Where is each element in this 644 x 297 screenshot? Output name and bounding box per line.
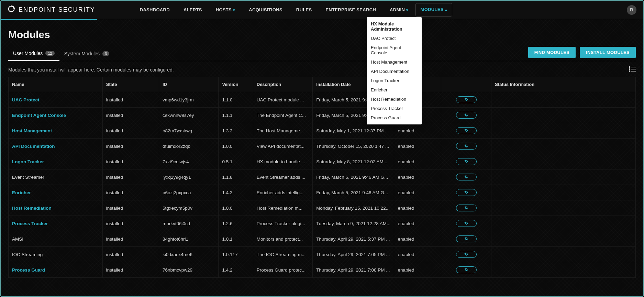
nav-item-hosts[interactable]: HOSTS▾ — [209, 1, 242, 19]
row-settings-button[interactable] — [456, 251, 477, 258]
row-settings-button[interactable] — [456, 235, 477, 242]
avatar-initial: R — [630, 7, 633, 12]
install-modules-button[interactable]: INSTALL MODULES — [580, 47, 636, 58]
dropdown-item-process-tracker[interactable]: Process Tracker — [367, 104, 422, 113]
col-version[interactable]: Version — [219, 77, 253, 92]
tab-count-badge: 12 — [45, 51, 54, 56]
cell-description: Enricher adds intellig... — [253, 185, 312, 200]
dropdown-item-endpoint-agent-console[interactable]: Endpoint Agent Console — [367, 43, 422, 57]
dropdown-item-hx-module-administration[interactable]: HX Module Administration — [367, 19, 422, 34]
row-settings-button[interactable] — [456, 220, 477, 227]
row-settings-button[interactable] — [456, 96, 477, 103]
table-body: UAC Protectinstalledvmp6wd1y3jrm1.1.0UAC… — [9, 92, 636, 278]
cell-description: The IOC Streaming m... — [253, 247, 312, 262]
svg-point-4 — [629, 69, 630, 69]
nav-item-enterprise-search[interactable]: ENTERPRISE SEARCH — [319, 1, 383, 19]
nav-item-alerts[interactable]: ALERTS — [177, 1, 209, 19]
row-settings-button[interactable] — [456, 158, 477, 165]
table-header-row: NameStateIDVersionDescriptionInstallatio… — [9, 77, 636, 92]
cell-description: Host Remediation m... — [253, 200, 312, 216]
cell-name[interactable]: Host Remediation — [9, 200, 103, 216]
nav-item-admin[interactable]: ADMIN▾ — [383, 1, 415, 19]
cell-actions — [441, 185, 491, 200]
cell-version: 1.3.3 — [219, 123, 253, 139]
table-row: API Documentationinstalleddfuimxor2zqb1.… — [9, 139, 636, 154]
cell-status-information — [491, 200, 636, 216]
cell-id: iyxq2y9g4qy1 — [159, 169, 219, 185]
find-modules-button[interactable]: FIND MODULES — [528, 47, 576, 58]
row-settings-button[interactable] — [456, 127, 477, 134]
brand-text: ENDPOINT SECURITY — [19, 6, 95, 13]
cell-id: dfuimxor2zqb — [159, 139, 219, 154]
cell-installation-date: Thursday, October 15, 2020 1:47 ... — [313, 139, 394, 154]
table-row: Endpoint Agent Consoleinstalledcexwnnw8s… — [9, 108, 636, 123]
gear-icon — [464, 175, 468, 180]
row-settings-button[interactable] — [456, 205, 477, 211]
nav-item-rules[interactable]: RULES — [289, 1, 319, 19]
row-settings-button[interactable] — [456, 189, 477, 196]
col-description[interactable]: Description — [253, 77, 312, 92]
row-settings-button[interactable] — [456, 112, 477, 119]
cell-state: installed — [102, 169, 159, 185]
cell-name[interactable]: API Documentation — [9, 139, 103, 154]
tabs-row: User Modules12System Modules3 FIND MODUL… — [8, 47, 636, 61]
cell-id: 7xzt9ceiwjs4 — [159, 154, 219, 169]
cell-version: 1.1.0 — [219, 92, 253, 108]
gear-icon — [464, 159, 468, 164]
cell-name[interactable]: Process Guard — [9, 262, 103, 278]
cell-name[interactable]: Process Tracker — [9, 216, 103, 231]
cell-version: 1.1.1 — [219, 108, 253, 123]
cell-name[interactable]: Host Management — [9, 123, 103, 139]
cell-actions — [441, 216, 491, 231]
cell-name[interactable]: Enricher — [9, 185, 103, 200]
col-id[interactable]: ID — [159, 77, 219, 92]
cell-status: enabled — [394, 262, 441, 278]
dropdown-item-host-remediation[interactable]: Host Remediation — [367, 95, 422, 104]
col-state[interactable]: State — [102, 77, 159, 92]
dropdown-item-uac-protect[interactable]: UAC Protect — [367, 34, 422, 43]
nav-item-acquisitions[interactable]: ACQUISITIONS — [242, 1, 289, 19]
cell-actions — [441, 169, 491, 185]
cell-id: vmp6wd1y3jrm — [159, 92, 219, 108]
cell-actions — [441, 154, 491, 169]
chevron-up-icon: ▴ — [445, 8, 447, 12]
chevron-down-icon: ▾ — [406, 8, 408, 12]
gear-icon — [464, 144, 468, 149]
cell-name[interactable]: Logon Tracker — [9, 154, 103, 169]
cell-state: installed — [102, 247, 159, 262]
cell-description: The Host Manageme... — [253, 123, 312, 139]
cell-status: enabled — [394, 139, 441, 154]
cell-status: enabled — [394, 154, 441, 169]
cell-name[interactable]: UAC Protect — [9, 92, 103, 108]
cell-installation-date: Thursday, April 29, 2021 7:08 PM ... — [313, 262, 394, 278]
gear-icon — [464, 190, 468, 195]
col-name[interactable]: Name — [9, 77, 103, 92]
svg-point-2 — [629, 67, 630, 67]
tab-system-modules[interactable]: System Modules3 — [59, 47, 114, 61]
nav-item-modules[interactable]: MODULES▴ — [415, 3, 452, 16]
dropdown-item-host-management[interactable]: Host Management — [367, 57, 422, 67]
row-settings-button[interactable] — [456, 266, 477, 273]
table-row: AMSIinstalled84ghtot6hri11.0.1Monitors a… — [9, 231, 636, 247]
cell-actions — [441, 108, 491, 123]
cell-installation-date: Monday, February 15, 2021 10:22... — [313, 200, 394, 216]
dropdown-item-enricher[interactable]: Enricher — [367, 85, 422, 95]
nav-item-dashboard[interactable]: DASHBOARD — [133, 1, 177, 19]
tab-user-modules[interactable]: User Modules12 — [8, 47, 59, 61]
subtext-row: Modules that you install will appear her… — [8, 61, 636, 77]
row-settings-button[interactable] — [456, 143, 477, 150]
cell-description: Process Guard protec... — [253, 262, 312, 278]
gear-icon — [464, 267, 468, 273]
cell-state: installed — [102, 108, 159, 123]
cell-name[interactable]: Endpoint Agent Console — [9, 108, 103, 123]
list-view-toggle-icon[interactable] — [629, 66, 636, 73]
row-settings-button[interactable] — [456, 174, 477, 180]
dropdown-item-api-documentation[interactable]: API Documentation — [367, 67, 422, 76]
cell-status: enabled — [394, 247, 441, 262]
cell-version: 1.0.1 — [219, 231, 253, 247]
dropdown-item-process-guard[interactable]: Process Guard — [367, 113, 422, 122]
col-status-information[interactable]: Status Information — [491, 77, 636, 92]
col-actions[interactable] — [441, 77, 491, 92]
dropdown-item-logon-tracker[interactable]: Logon Tracker — [367, 76, 422, 85]
avatar[interactable]: R — [627, 5, 636, 15]
